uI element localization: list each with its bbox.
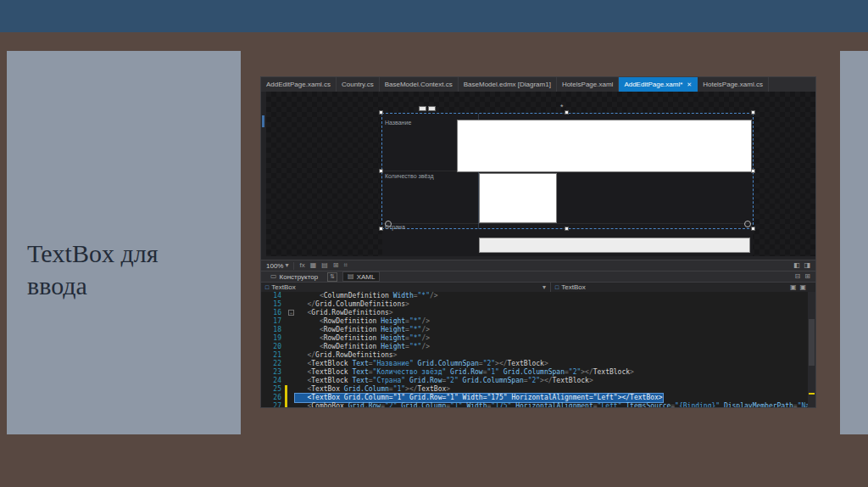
code-line: 22 <TextBlock Text="Название" Grid.Colum…	[261, 360, 815, 368]
selection-handle[interactable]	[565, 110, 569, 115]
document-tab[interactable]: HotelsPage.xaml.cs	[698, 77, 769, 92]
split-vertical-button[interactable]: ◧	[793, 262, 800, 269]
xaml-code-editor[interactable]: 14 <ColumnDefinition Width="*"/>15 </Gri…	[261, 292, 815, 407]
line-number: 19	[261, 334, 285, 343]
code-line: 16− <Grid.RowDefinitions>	[261, 309, 815, 317]
element-icon: □	[265, 284, 269, 290]
swap-icon: ⇅	[330, 273, 335, 280]
code-text[interactable]: <TextBlock Text="Страна" Grid.Row="2" Gr…	[295, 377, 593, 385]
design-view-label: Конструктор	[280, 273, 319, 281]
document-tab-label: Country.cs	[342, 81, 374, 88]
window-icon[interactable]: ▣	[799, 283, 806, 291]
document-tab[interactable]: BaseModel.Context.cs	[380, 77, 459, 92]
xaml-designer-surface[interactable]: * Название Количество звёзд Страна	[261, 92, 815, 260]
expand-pane-button[interactable]: ⊞	[804, 273, 810, 280]
code-lines: 14 <ColumnDefinition Width="*"/>15 </Gri…	[261, 292, 815, 407]
fold-margin	[287, 334, 295, 343]
view-switch-bar: ▭ Конструктор ⇅ ▤ XAML ⊟ ⊞	[261, 271, 815, 282]
code-text[interactable]: </Grid.ColumnDefinitions>	[295, 300, 409, 309]
star-sizing-icon: *	[560, 103, 564, 111]
tab-bar: AddEditPage.xaml.csCountry.csBaseModel.C…	[261, 77, 815, 92]
code-text[interactable]: <TextBox Grid.Column="1"></TextBox>	[295, 385, 450, 394]
code-text[interactable]: <ComboBox Grid.Row="2" Grid.Column="1" W…	[295, 402, 815, 407]
toolbar-separator	[293, 262, 294, 270]
slide-title-line1: TextBox для	[27, 238, 231, 270]
fold-margin	[287, 292, 295, 300]
fold-margin	[287, 326, 295, 334]
designer-scrollbar[interactable]	[261, 92, 266, 260]
column-width-adorner[interactable]	[428, 106, 436, 111]
code-text[interactable]: <TextBox Grid.Column="1" Grid.Row="1" Wi…	[295, 394, 663, 402]
breadcrumb-right-dropdown[interactable]: □ TextBox ▣ ▣	[551, 283, 815, 293]
fold-margin	[287, 377, 295, 385]
line-number: 22	[261, 360, 285, 368]
anchor-adorner-icon[interactable]	[744, 221, 751, 227]
code-text[interactable]: <RowDefinition Height="*"/>	[295, 334, 430, 343]
slide: TextBox для ввода AddEditPage.xaml.csCou…	[0, 0, 868, 487]
code-text[interactable]: <TextBlock Text="Название" Grid.ColumnSp…	[295, 360, 548, 368]
chevron-down-icon: ▾	[542, 283, 546, 291]
selection-handle[interactable]	[379, 110, 383, 115]
designer-label-country: Страна	[385, 224, 405, 230]
artboard-bg-button[interactable]: ⌗	[344, 262, 348, 269]
code-text[interactable]: <Grid.RowDefinitions>	[295, 309, 393, 317]
code-text[interactable]: <RowDefinition Height="*"/>	[295, 317, 430, 326]
selection-handle[interactable]	[751, 110, 755, 115]
document-tab[interactable]: AddEditPage.xaml*✕	[619, 77, 698, 92]
zoom-value: 100%	[266, 262, 283, 270]
selection-handle[interactable]	[379, 169, 383, 173]
left-text-panel: TextBox для ввода	[7, 51, 241, 434]
fold-collapse-icon[interactable]: −	[288, 310, 294, 316]
effects-fx-button[interactable]: fx	[299, 262, 304, 269]
designer-textbox-2[interactable]	[479, 173, 557, 223]
fold-margin	[287, 317, 295, 326]
show-grid-button[interactable]: ▦	[310, 262, 317, 269]
code-line: 14 <ColumnDefinition Width="*"/>	[261, 292, 815, 300]
designer-combobox[interactable]	[479, 238, 750, 253]
swap-panes-button[interactable]: ⇅	[327, 272, 337, 282]
code-text[interactable]: </Grid.RowDefinitions>	[295, 351, 397, 360]
document-tab-label: HotelsPage.xaml.cs	[703, 81, 763, 88]
line-number: 21	[261, 351, 285, 360]
selection-handle[interactable]	[565, 227, 569, 231]
fold-margin[interactable]: −	[287, 309, 295, 317]
document-tab[interactable]: AddEditPage.xaml.cs	[261, 77, 337, 92]
designer-scrollbar-thumb[interactable]	[262, 115, 264, 127]
zoom-control[interactable]: 100% ▾	[266, 262, 288, 270]
window-icon[interactable]: ▣	[790, 283, 797, 291]
collapse-pane-button[interactable]: ⊟	[795, 273, 801, 280]
code-text[interactable]: <RowDefinition Height="*"/>	[295, 326, 430, 334]
code-text[interactable]: <ColumnDefinition Width="*"/>	[295, 292, 438, 300]
tab-close-icon[interactable]: ✕	[687, 81, 692, 88]
split-horizontal-button[interactable]: ◨	[804, 262, 810, 269]
designer-textbox-1[interactable]	[457, 120, 752, 172]
fold-margin	[287, 385, 295, 394]
document-tab-label: AddEditPage.xaml*	[624, 81, 682, 88]
column-width-adorner[interactable]	[419, 106, 426, 111]
breadcrumb-left-dropdown[interactable]: □ TextBox ▾	[261, 283, 551, 293]
line-number: 16	[261, 309, 285, 317]
designer-toolbar: 100% ▾ fx ▦ ▤ ⊞ ⌗ ◧ ◨	[261, 260, 815, 271]
code-line: 15 </Grid.ColumnDefinitions>	[261, 300, 815, 309]
code-text[interactable]: <TextBlock Text="Количество звёзд" Grid.…	[295, 368, 634, 377]
editor-scrollbar-thumb[interactable]	[809, 319, 815, 366]
code-line: 27 <ComboBox Grid.Row="2" Grid.Column="1…	[261, 402, 815, 407]
designer-label-stars: Количество звёзд	[385, 173, 434, 179]
selection-handle[interactable]	[379, 227, 383, 231]
editor-scrollbar[interactable]	[808, 292, 815, 407]
snaplines-button[interactable]: ⊞	[333, 262, 339, 269]
document-tab[interactable]: HotelsPage.xaml	[557, 77, 619, 92]
code-text[interactable]: <RowDefinition Height="*"/>	[295, 343, 430, 351]
document-tab[interactable]: Country.cs	[337, 77, 380, 92]
code-line: 21 </Grid.RowDefinitions>	[261, 351, 815, 360]
snap-grid-button[interactable]: ▤	[321, 262, 328, 269]
tab-xaml-view[interactable]: ▤ XAML	[342, 271, 380, 282]
fold-margin	[287, 360, 295, 368]
fold-margin	[287, 351, 295, 360]
fold-margin	[287, 394, 295, 402]
tab-designer-view[interactable]: ▭ Конструктор	[266, 271, 322, 282]
document-tab[interactable]: BaseModel.edmx [Diagram1]	[459, 77, 557, 92]
line-number: 14	[261, 292, 285, 300]
breadcrumb-left-label: TextBox	[271, 283, 295, 291]
selection-handle[interactable]	[751, 227, 755, 231]
